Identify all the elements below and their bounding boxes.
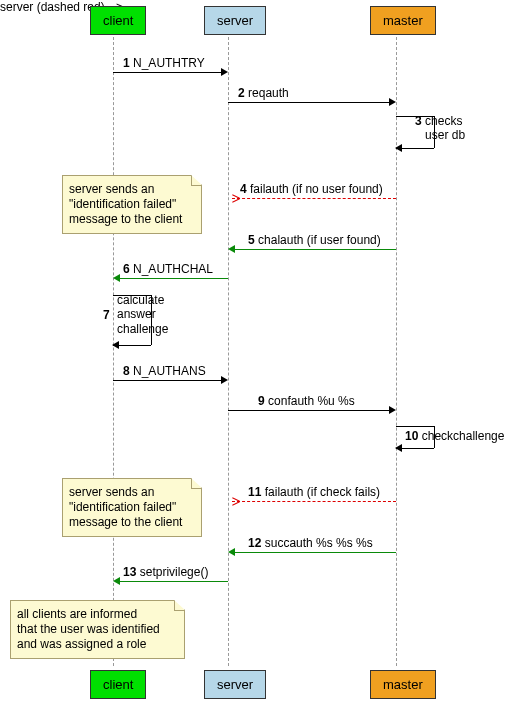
participant-master-top: master: [370, 6, 436, 35]
note-1: server sends an "identification failed" …: [62, 175, 202, 234]
message-3: 3 checks user db: [415, 114, 465, 143]
arrow-1: [113, 72, 221, 73]
arrow-12: [232, 552, 396, 553]
participant-label: master: [383, 13, 423, 28]
lifeline-client: [113, 32, 114, 666]
note-2: server sends an "identification failed" …: [62, 478, 202, 537]
participant-label: master: [383, 677, 423, 692]
arrow-11: [232, 501, 396, 502]
arrowhead-6: [113, 274, 120, 282]
participant-client-bottom: client: [90, 670, 146, 699]
participant-server-top: server: [204, 6, 266, 35]
message-13: 13 setprivilege(): [123, 565, 208, 579]
participant-master-bottom: master: [370, 670, 436, 699]
message-4: 4 failauth (if no user found): [240, 182, 383, 196]
message-7-num: 7: [103, 308, 110, 322]
arrowhead-8: [221, 376, 228, 384]
arrow-2: [228, 102, 389, 103]
message-8: 8 N_AUTHANS: [123, 364, 206, 378]
note-3: all clients are informed that the user w…: [10, 600, 185, 659]
arrow-9: [228, 410, 389, 411]
participant-label: client: [103, 13, 133, 28]
message-2: 2 reqauth: [238, 86, 289, 100]
arrow-6: [117, 278, 228, 279]
arrow-8: [113, 380, 221, 381]
message-1: 1 N_AUTHTRY: [123, 56, 205, 70]
message-7: calculate answer challenge: [117, 293, 168, 336]
message-10: 10 checkchallenge: [405, 429, 504, 443]
message-9: 9 confauth %u %s: [258, 394, 355, 408]
participant-server-bottom: server: [204, 670, 266, 699]
participant-label: client: [103, 677, 133, 692]
arrow-5: [232, 249, 396, 250]
message-5: 5 chalauth (if user found): [248, 233, 381, 247]
arrowhead-13: [113, 577, 120, 585]
participant-label: server: [217, 677, 253, 692]
arrow-4: [232, 198, 396, 199]
message-12: 12 succauth %s %s %s: [248, 536, 373, 550]
message-11: 11 failauth (if check fails): [248, 485, 380, 499]
participant-label: server: [217, 13, 253, 28]
sequence-diagram: client server master client server maste…: [0, 0, 511, 703]
lifeline-master: [396, 32, 397, 666]
arrowhead-2: [389, 98, 396, 106]
arrowhead-12: [228, 548, 235, 556]
arrowhead-9: [389, 406, 396, 414]
lifeline-server: [228, 32, 229, 666]
arrowhead-5: [228, 245, 235, 253]
arrow-13: [117, 581, 228, 582]
message-6: 6 N_AUTHCHAL: [123, 262, 213, 276]
arrowhead-1: [221, 68, 228, 76]
participant-client-top: client: [90, 6, 146, 35]
